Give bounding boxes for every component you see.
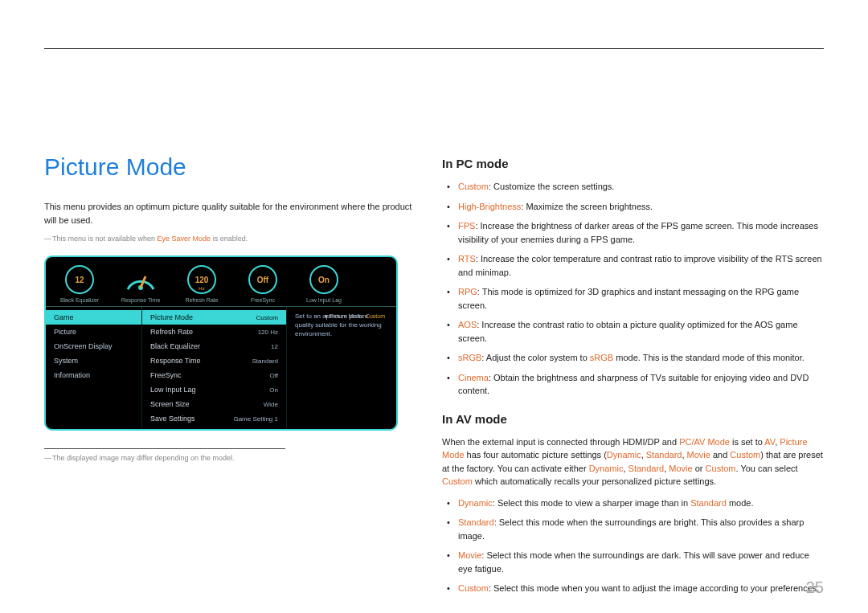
intro-text: This menu provides an optimum picture qu… [44,200,414,227]
list-item: Custom: Select this mode when you want t… [450,582,824,595]
osd-center-item: Save SettingsGame Setting 1 [142,411,286,426]
page-number: 25 [806,578,824,597]
list-item: RPG: This mode is optimized for 3D graph… [450,285,824,312]
osd-left-item: Game [46,310,141,325]
osd-top-row: 12 Black Equalizer Response Time 120Hz [46,257,396,307]
osd-left-menu: Game Picture OnScreen Display System Inf… [46,307,142,429]
list-item: AOS: Increase the contrast ratio to obta… [450,318,824,345]
osd-center-item: Response TimeStandard [142,353,286,368]
osd-center-item: Black Equalizer12 [142,339,286,353]
osd-center-item: Picture ModeCustom [142,310,286,325]
gauge-icon [123,265,158,294]
av-mode-heading: In AV mode [442,412,824,426]
osd-left-item: OnScreen Display [46,339,141,353]
osd-left-item: Information [46,368,141,382]
osd-status: ■ Picture Mode: Custom [325,313,385,319]
osd-description: Set to an optimum picture quality suitab… [287,307,396,429]
osd-center-item: Refresh Rate120 Hz [142,325,286,339]
list-item: Movie: Select this mode when the surroun… [450,549,824,575]
osd-center-item: Screen SizeWide [142,397,286,411]
list-item: FPS: Increase the brightness of darker a… [450,219,824,246]
top-rule [44,48,824,49]
footnote-displayed-image: The displayed image may differ depending… [44,454,414,462]
osd-panel: 12 Black Equalizer Response Time 120Hz [44,255,398,431]
dial-response-time: Response Time [117,265,165,303]
page-title: Picture Mode [44,153,414,181]
footnote-eye-saver: This menu is not available when Eye Save… [44,235,414,243]
list-item: Dynamic: Select this mode to view a shar… [450,497,824,510]
list-item: sRGB: Adjust the color system to sRGB mo… [450,351,824,365]
list-item: High-Brightness: Maximize the screen bri… [450,200,824,214]
dial-freesync: Off FreeSync [239,265,287,303]
list-item: Cinema: Obtain the brightness and sharpn… [450,371,824,398]
dial-low-input-lag: On Low Input Lag [300,265,348,303]
av-mode-list: Dynamic: Select this mode to view a shar… [442,497,824,595]
dial-refresh-rate: 120Hz Refresh Rate [178,265,226,303]
list-item: Standard: Select this mode when the surr… [450,516,824,542]
osd-center-item: FreeSyncOff [142,368,286,382]
osd-center-item: Low Input LagOn [142,382,286,397]
osd-left-item: Picture [46,325,141,339]
footnote-rule [44,448,285,449]
dial-black-equalizer: 12 Black Equalizer [55,265,104,303]
list-item: RTS: Increase the color temperature and … [450,252,824,279]
pc-mode-list: Custom: Customize the screen settings. H… [442,180,824,398]
osd-left-item: System [46,353,141,368]
pc-mode-heading: In PC mode [442,157,824,170]
av-intro: When the external input is connected thr… [442,435,824,488]
list-item: Custom: Customize the screen settings. [450,180,824,194]
osd-center-menu: Picture ModeCustom Refresh Rate120 Hz Bl… [142,307,287,429]
